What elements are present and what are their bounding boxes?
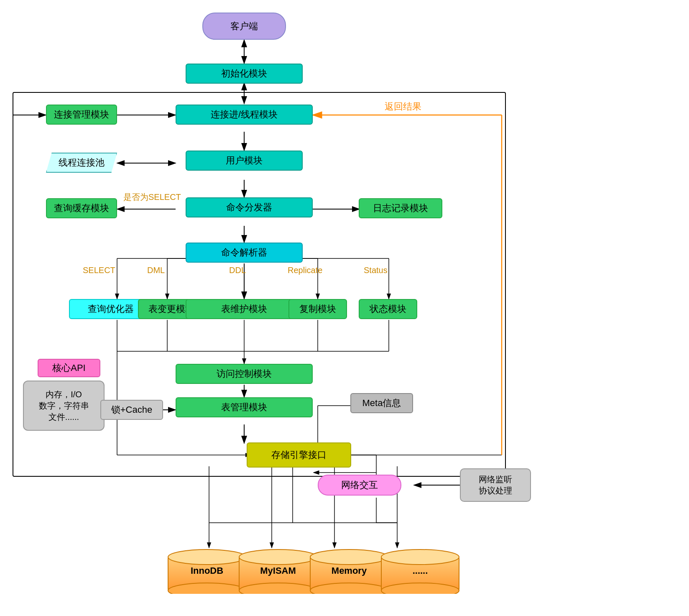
table-maintain-label: 表维护模块: [221, 303, 267, 315]
query-optimizer-label: 查询优化器: [88, 303, 134, 315]
meta-info-box: Meta信息: [350, 393, 413, 413]
svg-point-58: [168, 550, 246, 565]
cmd-parser-box: 命令解析器: [186, 243, 303, 263]
status-module-label: 状态模块: [370, 303, 406, 315]
ellipsis-cylinder: ......: [380, 548, 460, 594]
network-interact-label: 网络交互: [341, 479, 378, 491]
core-api-box: 核心API: [38, 359, 100, 377]
table-maintain-box: 表维护模块: [186, 299, 303, 319]
replicate-label: Replicate: [288, 266, 322, 275]
log-module-label: 日志记录模块: [373, 202, 428, 215]
conn-thread-label: 连接进/线程模块: [211, 108, 278, 121]
memory-io-box: 内存，I/O 数字，字符串 文件......: [23, 381, 105, 431]
is-select-label: 是否为SELECT: [123, 192, 181, 203]
return-result-label: 返回结果: [385, 100, 421, 113]
cmd-dispatch-box: 命令分发器: [186, 197, 313, 217]
meta-info-label: Meta信息: [362, 397, 401, 409]
access-ctrl-label: 访问控制模块: [217, 368, 272, 380]
innodb-cylinder: InnoDB: [167, 548, 247, 594]
lock-cache-label: 锁+Cache: [111, 404, 152, 416]
status-label: Status: [364, 266, 388, 275]
storage-engine-if-label: 存储引擎接口: [271, 449, 327, 461]
thread-pool-label: 线程连接池: [59, 156, 105, 169]
status-module-box: 状态模块: [359, 299, 417, 319]
query-cache-label: 查询缓存模块: [54, 202, 109, 215]
storage-engine-if-box: 存储引擎接口: [247, 442, 351, 468]
conn-mgr-box: 连接管理模块: [46, 105, 117, 125]
svg-point-61: [239, 550, 317, 565]
core-api-label: 核心API: [52, 362, 85, 374]
user-module-label: 用户模块: [226, 154, 263, 167]
innodb-label: InnoDB: [191, 565, 223, 576]
cmd-parser-label: 命令解析器: [221, 246, 267, 259]
user-module-box: 用户模块: [186, 151, 303, 171]
init-module-box: 初始化模块: [186, 64, 303, 84]
network-monitor-box: 网络监听 协议处理: [460, 468, 531, 502]
memory-label: Memory: [332, 565, 367, 576]
query-cache-box: 查询缓存模块: [46, 198, 117, 218]
memory-cylinder: Memory: [309, 548, 389, 594]
table-mgr-label: 表管理模块: [221, 401, 267, 414]
svg-point-67: [381, 550, 459, 565]
myisam-label: MyISAM: [260, 565, 296, 576]
memory-io-label: 内存，I/O 数字，字符串 文件......: [39, 389, 89, 423]
replicate-module-label: 复制模块: [299, 303, 336, 315]
myisam-cylinder: MyISAM: [238, 548, 318, 594]
thread-pool-box: 线程连接池: [46, 153, 117, 173]
access-ctrl-box: 访问控制模块: [176, 364, 313, 384]
cmd-dispatch-label: 命令分发器: [226, 201, 272, 214]
client-label: 客户端: [230, 20, 258, 33]
network-monitor-label: 网络监听 协议处理: [479, 474, 512, 496]
ellipsis-label: ......: [413, 565, 428, 576]
lock-cache-box: 锁+Cache: [100, 400, 163, 420]
init-module-label: 初始化模块: [221, 67, 267, 80]
svg-point-64: [310, 550, 388, 565]
conn-thread-box: 连接进/线程模块: [176, 105, 313, 125]
select-label: SELECT: [83, 266, 115, 275]
diagram-container: 客户端 初始化模块 连接管理模块 连接进/线程模块 返回结果 线程连接池 用户模…: [0, 0, 689, 616]
ddl-label: DDL: [229, 266, 246, 275]
client-box: 客户端: [202, 13, 286, 40]
conn-mgr-label: 连接管理模块: [54, 108, 109, 121]
table-mgr-box: 表管理模块: [176, 397, 313, 417]
replicate-module-box: 复制模块: [288, 299, 347, 319]
network-interact-box: 网络交互: [318, 475, 401, 496]
dml-label: DML: [147, 266, 165, 275]
log-module-box: 日志记录模块: [359, 198, 442, 218]
